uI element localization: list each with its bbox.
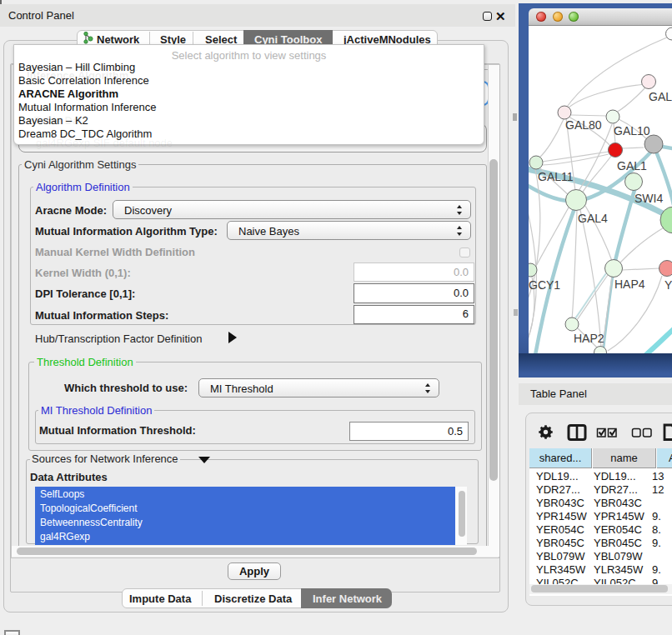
svg-text:GAL11: GAL11 [538,170,574,183]
svg-text:GCY1: GCY1 [529,278,560,292]
svg-text:HAP2: HAP2 [574,332,604,345]
svg-text:HAP4: HAP4 [614,278,645,291]
svg-text:GAL10: GAL10 [614,124,650,138]
svg-text:SWI4: SWI4 [634,192,663,205]
svg-text:GAL4: GAL4 [578,212,608,225]
svg-text:GAL1: GAL1 [617,159,647,172]
svg-text:Y: Y [664,278,672,292]
svg-text:GAL2: GAL2 [649,90,672,103]
svg-text:GAL80: GAL80 [565,118,602,132]
